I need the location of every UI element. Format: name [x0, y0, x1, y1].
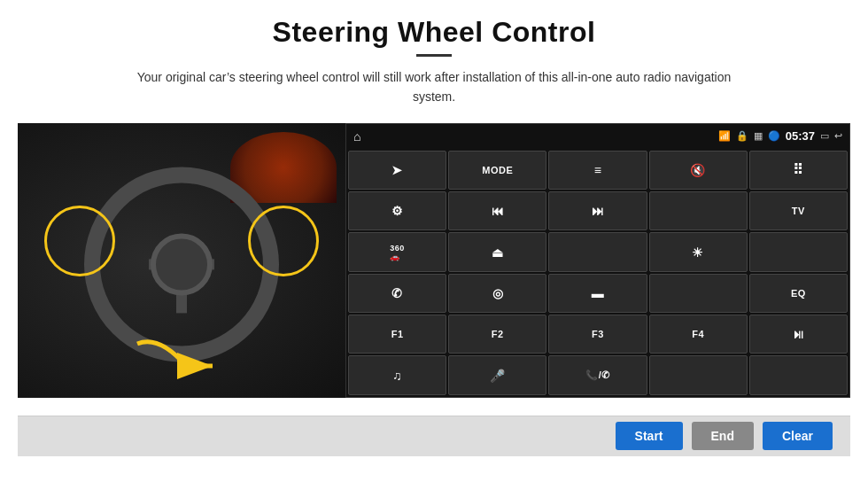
clock-display: 05:37 — [786, 129, 815, 143]
btn-apps[interactable]: ⠿ — [749, 151, 848, 190]
btn-playpause[interactable]: ⏯ — [749, 315, 848, 354]
lock-icon: 🔒 — [736, 130, 748, 142]
clear-button[interactable]: Clear — [763, 422, 833, 450]
wifi-icon: 📶 — [718, 130, 731, 142]
btn-browser[interactable]: ◎ — [448, 274, 546, 313]
yellow-arrow — [133, 330, 221, 384]
home-status-icon: ⌂ — [353, 129, 360, 144]
page-subtitle: Your original car’s steering wheel contr… — [124, 67, 744, 107]
cast-icon: ▭ — [820, 130, 829, 142]
title-divider — [416, 54, 452, 57]
btn-eject[interactable]: ⏏ — [448, 232, 546, 271]
btn-mic[interactable]: 🎤 — [448, 355, 546, 394]
btn-tv[interactable] — [649, 191, 748, 230]
highlight-left — [44, 206, 115, 276]
headunit-display: ⌂ 📶 🔒 ▦ 🔵 05:37 ▭ ↩ ➤ MODE ≡ 🔇 ⠿ — [345, 123, 850, 398]
btn-blank2 — [749, 355, 848, 394]
btn-mode[interactable]: MODE — [448, 151, 546, 190]
btn-prev[interactable]: ⏮ — [448, 191, 546, 230]
sim-icon: ▦ — [754, 130, 763, 142]
status-bar: ⌂ 📶 🔒 ▦ 🔵 05:37 ▭ ↩ — [346, 124, 849, 149]
btn-f4[interactable]: F3 — [548, 315, 647, 354]
car-image — [18, 123, 345, 398]
btn-f5[interactable]: F4 — [649, 315, 748, 354]
steering-wheel-center — [151, 233, 213, 295]
btn-blank1 — [649, 355, 748, 394]
btn-radio[interactable] — [548, 232, 647, 271]
btn-music[interactable]: ♫ — [348, 355, 446, 394]
btn-f1[interactable]: EQ — [749, 274, 848, 313]
control-grid: ➤ MODE ≡ 🔇 ⠿ ⚙ ⏮ ⏭ TV 360🚗 ⏏ ☀ ✆ ◎ — [346, 149, 849, 397]
btn-phone[interactable]: ✆ — [348, 274, 446, 313]
highlight-right — [248, 206, 319, 276]
btn-dvd[interactable] — [749, 232, 848, 271]
bottom-bar: Start End Clear — [18, 416, 850, 456]
btn-list[interactable]: ≡ — [548, 151, 647, 190]
btn-settings[interactable]: ⚙ — [348, 191, 446, 230]
page-title: Steering Wheel Control — [273, 16, 596, 49]
back-icon: ↩ — [834, 130, 842, 142]
content-area: ⌂ 📶 🔒 ▦ 🔵 05:37 ▭ ↩ ➤ MODE ≡ 🔇 ⠿ — [18, 123, 850, 416]
btn-f2[interactable]: F1 — [348, 315, 446, 354]
btn-phone-call[interactable]: 📞/✆ — [548, 355, 647, 394]
btn-f3[interactable]: F2 — [448, 315, 546, 354]
bluetooth-icon: 🔵 — [768, 130, 780, 142]
btn-360cam[interactable]: 360🚗 — [348, 232, 446, 271]
btn-next[interactable]: ⏭ — [548, 191, 647, 230]
btn-brightness[interactable]: ☀ — [649, 232, 748, 271]
start-button[interactable]: Start — [616, 422, 683, 450]
page: Steering Wheel Control Your original car… — [0, 0, 868, 482]
btn-navigate[interactable]: ➤ — [348, 151, 446, 190]
btn-media[interactable]: TV — [749, 191, 848, 230]
end-button[interactable]: End — [692, 422, 754, 450]
btn-eq[interactable] — [649, 274, 748, 313]
btn-mute[interactable]: 🔇 — [649, 151, 748, 190]
btn-window[interactable]: ▬ — [548, 274, 647, 313]
